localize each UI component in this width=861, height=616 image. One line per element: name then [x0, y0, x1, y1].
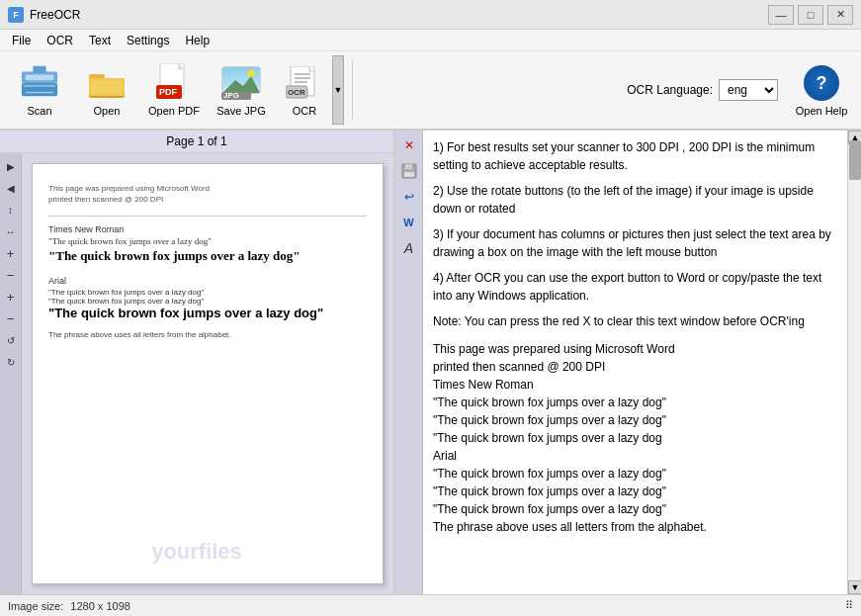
side-icons-panel: ✕ ↩ W A: [395, 131, 423, 594]
ocr-tip1: 1) For best results set your scanner to …: [433, 138, 837, 174]
title-controls: — □ ✕: [768, 5, 853, 25]
preview-font2-bold: "The quick brown fox jumps over a lazy d…: [48, 306, 367, 320]
preview-intro-line2: printed then scanned @ 200 DPI: [48, 195, 367, 204]
status-resize-handle[interactable]: ⠿: [845, 599, 853, 612]
open-icon: [87, 63, 127, 103]
minimize-button[interactable]: —: [768, 5, 794, 25]
ocr-tip3: 3) If your document has columns or pictu…: [433, 225, 837, 261]
svg-rect-9: [91, 80, 123, 94]
preview-intro-line1: This page was prepared using Microsoft W…: [48, 184, 367, 193]
help-button[interactable]: ? Open Help: [790, 55, 853, 125]
open-label: Open: [94, 105, 121, 117]
preview-font2-q1: "The quick brown fox jumps over a lazy d…: [48, 288, 367, 297]
ocr-result-line10: "The quick brown fox jumps over a lazy d…: [433, 500, 837, 518]
preview-rule1: [48, 216, 367, 217]
svg-rect-1: [24, 85, 55, 87]
tool-zoom-out[interactable]: −: [2, 266, 20, 284]
toolbar-separator: [352, 60, 353, 120]
svg-rect-28: [405, 164, 412, 169]
preview-font2-q2: "The quick brown fox jumps over a lazy d…: [48, 297, 367, 306]
ocr-result-line2: printed then scanned @ 200 DPI: [433, 358, 837, 376]
ocr-dropdown-button[interactable]: ▼: [332, 55, 344, 125]
title-left: F FreeOCR: [8, 7, 80, 23]
svg-point-17: [247, 69, 255, 77]
ocr-icon: OCR: [285, 63, 324, 103]
tool-arrow-right[interactable]: ▶: [2, 157, 20, 175]
svg-rect-5: [33, 66, 45, 73]
ocr-result-line7: Arial: [433, 447, 837, 465]
save-jpg-label: Save JPG: [216, 105, 266, 117]
tool-arrow-left[interactable]: ◀: [2, 179, 20, 197]
save-text-button[interactable]: [398, 160, 420, 182]
close-button[interactable]: ✕: [827, 5, 853, 25]
left-toolbar: ▶ ◀ ↕ ↔ + − + − ↺ ↻: [0, 153, 22, 594]
ocr-language-dropdown[interactable]: eng fra deu: [719, 79, 778, 101]
tool-rotate-left[interactable]: ↺: [2, 331, 20, 349]
title-bar: F FreeOCR — □ ✕: [0, 0, 861, 30]
clear-text-button[interactable]: ✕: [398, 134, 420, 156]
svg-rect-3: [26, 74, 54, 80]
scan-button[interactable]: Scan: [8, 55, 71, 125]
help-icon: ?: [802, 63, 841, 103]
scrollbar[interactable]: ▲ ▼: [847, 131, 861, 594]
tool-rotate-right[interactable]: ↻: [2, 353, 20, 371]
save-jpg-icon: JPG: [221, 63, 261, 103]
open-pdf-icon: PDF: [154, 63, 194, 103]
menu-file[interactable]: File: [4, 32, 39, 49]
preview-times-section: Times New Roman "The quick brown fox jum…: [48, 224, 367, 264]
undo-button[interactable]: ↩: [398, 186, 420, 208]
tool-fit-width[interactable]: ↔: [2, 222, 20, 240]
ocr-language-selector: OCR Language: eng fra deu: [627, 79, 778, 101]
preview-arial-section: Arial "The quick brown fox jumps over a …: [48, 276, 367, 320]
svg-text:JPG: JPG: [223, 91, 239, 100]
status-image-size: Image size: 1280 x 1098: [8, 600, 130, 612]
image-size-value: 1280 x 1098: [70, 600, 130, 612]
svg-rect-29: [404, 172, 414, 177]
svg-text:PDF: PDF: [159, 87, 178, 97]
ocr-tip4: 4) After OCR you can use the export butt…: [433, 269, 837, 305]
tool-zoom-in2[interactable]: +: [2, 288, 20, 306]
menu-text[interactable]: Text: [81, 32, 119, 49]
open-button[interactable]: Open: [75, 55, 138, 125]
toolbar: Scan Open PDF Open PDF: [0, 51, 861, 131]
ocr-result-line5: "The quick brown fox jumps over a lazy d…: [433, 411, 837, 429]
ocr-text-area[interactable]: 1) For best results set your scanner to …: [423, 131, 847, 594]
ocr-result-line6: "The quick brown fox jumps over a lazy d…: [433, 429, 837, 447]
open-pdf-button[interactable]: PDF Open PDF: [142, 55, 206, 125]
ocr-result-line4: "The quick brown fox jumps over a lazy d…: [433, 394, 837, 411]
menu-help[interactable]: Help: [177, 32, 217, 49]
tool-zoom-out2[interactable]: −: [2, 309, 20, 327]
text-content: ✕ ↩ W A 1) For best results set your sca…: [395, 131, 861, 594]
menu-ocr[interactable]: OCR: [39, 32, 81, 49]
image-area: ▶ ◀ ↕ ↔ + − + − ↺ ↻ This page was prepar…: [0, 153, 393, 594]
ocr-result-line3: Times New Roman: [433, 376, 837, 394]
menu-settings[interactable]: Settings: [119, 32, 177, 49]
save-jpg-button[interactable]: JPG Save JPG: [210, 55, 273, 125]
export-word-button[interactable]: W: [398, 212, 420, 233]
app-title: FreeOCR: [30, 8, 80, 22]
preview-font1-name: Times New Roman: [48, 224, 367, 234]
main-content: Page 1 of 1 ▶ ◀ ↕ ↔ + − + − ↺ ↻ This pag…: [0, 131, 861, 594]
maximize-button[interactable]: □: [798, 5, 823, 25]
scroll-down-button[interactable]: ▼: [848, 580, 861, 594]
preview-font2-name: Arial: [48, 276, 367, 286]
ocr-button-group: OCR OCR ▼: [277, 55, 344, 125]
watermark: yourfiles: [151, 539, 242, 565]
ocr-language-label: OCR Language:: [627, 83, 713, 97]
ocr-button[interactable]: OCR OCR: [277, 55, 332, 125]
preview-phrase: The phrase above uses all letters from t…: [48, 330, 367, 339]
ocr-result-line1: This page was prepared using Microsoft W…: [433, 340, 837, 358]
menu-bar: File OCR Text Settings Help: [0, 30, 861, 51]
tool-zoom-in[interactable]: +: [2, 244, 20, 262]
app-icon: F: [8, 7, 24, 23]
help-circle: ?: [804, 65, 839, 101]
page-indicator: Page 1 of 1: [166, 134, 226, 148]
tool-fit-height[interactable]: ↕: [2, 201, 20, 219]
ocr-note: Note: You can press the red X to clear t…: [433, 312, 837, 330]
font-button[interactable]: A: [398, 237, 420, 259]
preview-font1-q1: "The quick brown fox jumps over a lazy d…: [48, 236, 367, 246]
svg-text:OCR: OCR: [288, 88, 305, 97]
scan-label: Scan: [27, 105, 51, 117]
scroll-thumb[interactable]: [849, 140, 861, 180]
help-label: Open Help: [796, 105, 848, 117]
